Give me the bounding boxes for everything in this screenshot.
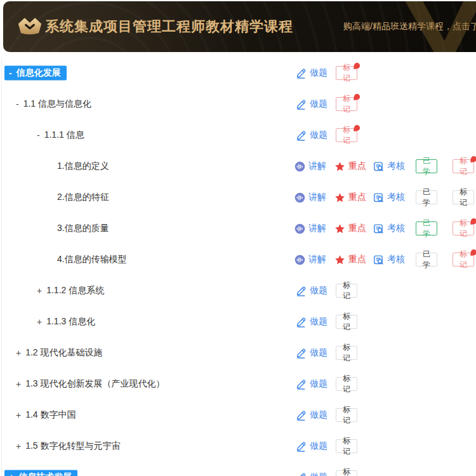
- keypoint-badge-label: 重点: [348, 254, 366, 265]
- section-label: 1.1 信息与信息化: [23, 98, 91, 110]
- tree-node-toggle[interactable]: +1.5 数字化转型与元宇宙: [16, 440, 121, 452]
- tree-row: +1.5 数字化转型与元宇宙做题标记: [0, 439, 476, 453]
- keypoint-badge: 重点: [334, 223, 366, 234]
- expand-icon: +: [37, 286, 42, 296]
- lesson-item: 4.信息的传输模型: [57, 254, 127, 265]
- collapse-icon: -: [16, 99, 19, 109]
- lesson-item: 3.信息的质量: [57, 223, 109, 234]
- practice-link[interactable]: 做题: [296, 67, 327, 79]
- expand-icon: +: [16, 348, 21, 358]
- learned-badge: 已学: [416, 253, 437, 267]
- pencil-icon: [296, 410, 307, 421]
- tree-row: +信息技术发展做题标记: [0, 470, 476, 476]
- mark-button[interactable]: 标记: [453, 253, 474, 267]
- pencil-icon: [296, 348, 307, 359]
- mark-button[interactable]: 标记: [336, 408, 357, 422]
- assess-icon: [373, 161, 384, 172]
- audio-icon: [294, 223, 305, 234]
- assess-link[interactable]: 考核: [373, 223, 405, 234]
- course-tree: -信息化发展做题标记-1.1 信息与信息化做题标记-1.1.1 信息做题标记1.…: [0, 0, 476, 476]
- practice-link[interactable]: 做题: [296, 347, 327, 359]
- explain-link[interactable]: 讲解: [294, 223, 326, 234]
- star-icon: [334, 223, 345, 234]
- expand-icon: +: [16, 410, 21, 420]
- tree-node-toggle[interactable]: +信息技术发展: [4, 470, 77, 476]
- practice-link-label: 做题: [310, 378, 327, 390]
- mark-button-label: 标记: [457, 187, 470, 208]
- section-label: 信息化发展: [17, 67, 61, 79]
- tree-node-toggle[interactable]: +1.1.3 信息化: [37, 316, 95, 327]
- practice-link-label: 做题: [310, 67, 327, 79]
- practice-link[interactable]: 做题: [296, 440, 327, 452]
- tree-node-toggle[interactable]: +1.4 数字中国: [16, 409, 76, 421]
- practice-link[interactable]: 做题: [296, 316, 327, 327]
- mark-button[interactable]: 标记: [336, 346, 357, 360]
- tree-row: +1.1.2 信息系统做题标记: [0, 284, 476, 298]
- tree-row: -信息化发展做题标记: [0, 66, 476, 80]
- lesson-item: 1.信息的定义: [57, 161, 109, 172]
- mark-button-label: 标记: [340, 404, 353, 426]
- keypoint-badge: 重点: [334, 192, 366, 203]
- mark-button[interactable]: 标记: [336, 284, 357, 298]
- learned-badge-label: 已学: [420, 155, 433, 177]
- pencil-icon: [296, 286, 307, 296]
- mark-button[interactable]: 标记: [336, 470, 357, 476]
- section-label: 1.5 数字化转型与元宇宙: [25, 440, 120, 452]
- section-label: 3.信息的质量: [57, 223, 109, 234]
- mark-button[interactable]: 标记: [453, 159, 474, 173]
- explain-link-label: 讲解: [308, 223, 326, 234]
- practice-link-label: 做题: [310, 440, 327, 452]
- mark-button[interactable]: 标记: [336, 377, 357, 391]
- audio-icon: [294, 255, 305, 265]
- keypoint-badge-label: 重点: [348, 223, 366, 234]
- mark-button[interactable]: 标记: [336, 97, 357, 111]
- assess-link[interactable]: 考核: [373, 161, 405, 172]
- practice-link[interactable]: 做题: [296, 98, 327, 110]
- section-label: 1.1.2 信息系统: [46, 285, 104, 296]
- tree-node-toggle[interactable]: -信息化发展: [4, 66, 67, 81]
- section-label: 1.3 现代化创新发展（产业现代化）: [25, 378, 164, 390]
- tree-node-toggle[interactable]: -1.1 信息与信息化: [16, 98, 91, 110]
- tree-node-toggle[interactable]: -1.1.1 信息: [37, 129, 84, 141]
- tree-node-toggle[interactable]: +1.3 现代化创新发展（产业现代化）: [16, 378, 165, 390]
- mark-button[interactable]: 标记: [453, 190, 474, 204]
- keypoint-badge-label: 重点: [348, 192, 366, 203]
- assess-link[interactable]: 考核: [373, 254, 405, 265]
- mark-button-label: 标记: [340, 311, 353, 333]
- mark-button[interactable]: 标记: [336, 128, 357, 142]
- star-icon: [334, 255, 345, 265]
- explain-link[interactable]: 讲解: [294, 161, 326, 172]
- assess-icon: [373, 192, 384, 203]
- explain-link[interactable]: 讲解: [294, 254, 326, 265]
- tree-row: -1.1 信息与信息化做题标记: [0, 97, 476, 111]
- tree-row: 3.信息的质量讲解重点考核已学标记: [0, 221, 476, 235]
- section-label: 1.信息的定义: [57, 161, 109, 172]
- expand-icon: +: [9, 472, 14, 476]
- practice-link[interactable]: 做题: [296, 472, 327, 476]
- mark-button[interactable]: 标记: [336, 439, 357, 453]
- tree-row: +1.3 现代化创新发展（产业现代化）做题标记: [0, 377, 476, 391]
- practice-link-label: 做题: [310, 409, 327, 421]
- tree-node-toggle[interactable]: +1.2 现代化基础设施: [16, 347, 103, 359]
- assess-link[interactable]: 考核: [373, 192, 405, 203]
- mark-button[interactable]: 标记: [336, 315, 357, 329]
- practice-link[interactable]: 做题: [296, 378, 327, 390]
- tree-node-toggle[interactable]: +1.1.2 信息系统: [37, 285, 104, 296]
- section-label: 1.1.3 信息化: [46, 316, 95, 327]
- section-label: 信息技术发展: [18, 472, 72, 476]
- mark-button[interactable]: 标记: [453, 221, 474, 235]
- keypoint-badge-label: 重点: [348, 161, 366, 172]
- mark-button[interactable]: 标记: [336, 66, 357, 80]
- collapse-icon: -: [9, 68, 12, 78]
- explain-link[interactable]: 讲解: [294, 192, 326, 203]
- practice-link[interactable]: 做题: [296, 129, 327, 141]
- pencil-icon: [296, 379, 307, 390]
- expand-icon: +: [37, 317, 42, 327]
- tree-row: 2.信息的特征讲解重点考核已学标记: [0, 190, 476, 204]
- practice-link[interactable]: 做题: [296, 409, 327, 421]
- practice-link[interactable]: 做题: [296, 285, 327, 296]
- practice-link-label: 做题: [310, 129, 327, 141]
- learned-badge-label: 已学: [420, 187, 433, 208]
- section-label: 1.2 现代化基础设施: [25, 347, 102, 359]
- expand-icon: +: [16, 379, 21, 389]
